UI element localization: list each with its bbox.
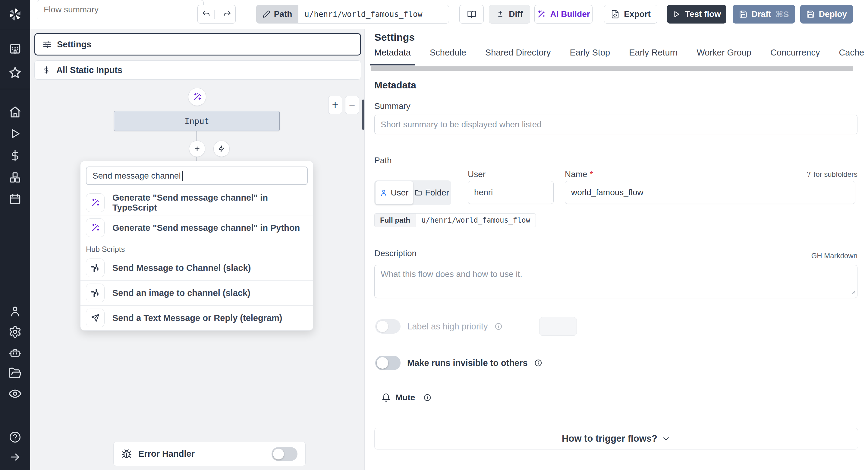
add-trigger-button[interactable] <box>213 141 230 157</box>
variables-icon[interactable] <box>9 149 22 162</box>
bug-icon <box>121 449 132 459</box>
owner-user-option[interactable]: User <box>375 181 413 205</box>
flow-settings-node[interactable]: Settings <box>34 33 361 56</box>
home-icon[interactable] <box>8 105 22 119</box>
info-icon <box>534 359 542 367</box>
static-inputs-label: All Static Inputs <box>56 65 122 75</box>
folder-icon <box>414 189 422 197</box>
workers-icon[interactable] <box>8 346 22 360</box>
tab-metadata[interactable]: Metadata <box>370 48 415 63</box>
path-button[interactable]: Path <box>256 5 299 24</box>
undo-button[interactable] <box>198 10 215 19</box>
tabs-horizontal-scrollbar[interactable] <box>371 66 853 71</box>
tab-worker-group[interactable]: Worker Group <box>692 48 756 63</box>
info-icon <box>424 394 431 402</box>
wand-icon <box>537 10 546 19</box>
name-input[interactable] <box>565 181 855 204</box>
path-section-label: Path <box>374 156 392 165</box>
export-button[interactable]: Export <box>604 5 657 24</box>
subfolder-hint: '/' for subfolders <box>374 170 858 179</box>
suggestion-generate-python[interactable]: Generate "Send message channel" in Pytho… <box>81 215 313 240</box>
resize-grip-icon[interactable] <box>849 288 856 294</box>
users-icon[interactable] <box>9 305 22 318</box>
zoom-in-button[interactable]: + <box>328 96 342 114</box>
tab-early-stop[interactable]: Early Stop <box>565 48 615 63</box>
hub-script-slack-message[interactable]: Send Message to Channel (slack) <box>81 256 313 280</box>
tab-early-return[interactable]: Early Return <box>624 48 682 63</box>
save-icon <box>806 10 815 19</box>
markdown-hint: GH Markdown <box>374 252 858 260</box>
invisible-runs-toggle[interactable] <box>375 356 401 370</box>
flow-editor-panel: Settings All Static Inputs + − Input Sen… <box>30 29 365 470</box>
docs-button[interactable] <box>459 5 484 24</box>
user-input[interactable] <box>468 181 554 204</box>
path-value-input[interactable]: u/henri/world_famous_flow <box>299 5 449 24</box>
audit-logs-icon[interactable] <box>8 387 22 401</box>
flow-edge <box>196 131 197 141</box>
chevron-down-icon <box>661 434 671 443</box>
tab-schedule[interactable]: Schedule <box>425 48 471 63</box>
slack-icon <box>86 259 104 277</box>
redo-button[interactable] <box>219 10 236 19</box>
full-path-value: u/henri/world_famous_flow <box>415 213 536 227</box>
settings-panel: Settings Metadata Schedule Shared Direct… <box>365 29 868 470</box>
favorites-icon[interactable] <box>8 66 22 80</box>
settings-panel-title: Settings <box>374 31 415 43</box>
runs-icon[interactable] <box>9 127 22 140</box>
sidebar-divider <box>0 89 30 89</box>
summary-input[interactable] <box>374 115 858 134</box>
zoom-out-button[interactable]: − <box>345 96 359 114</box>
windmill-logo[interactable] <box>7 7 23 22</box>
book-open-icon <box>467 10 476 19</box>
how-to-trigger-flows-expander[interactable]: How to trigger flows? <box>374 428 858 449</box>
high-priority-toggle[interactable] <box>375 319 401 334</box>
high-priority-label: Label as high priority <box>407 322 488 331</box>
error-handler-label: Error Handler <box>138 449 195 459</box>
error-handler-node[interactable]: Error Handler <box>113 442 306 466</box>
input-node[interactable]: Input <box>114 111 280 131</box>
step-search-input[interactable]: Send message channel <box>86 167 308 185</box>
priority-number-input[interactable] <box>539 317 577 336</box>
diff-button[interactable]: Diff <box>489 5 530 24</box>
flow-panel-scrollbar[interactable] <box>362 99 364 130</box>
wand-icon <box>86 194 104 212</box>
dollar-icon <box>42 65 50 75</box>
save-icon <box>739 10 747 19</box>
settings-gear-icon[interactable] <box>8 325 22 339</box>
tab-concurrency[interactable]: Concurrency <box>766 48 824 63</box>
resources-icon[interactable] <box>8 171 22 184</box>
full-path-row: Full path u/henri/world_famous_flow <box>374 213 536 227</box>
draft-button[interactable]: Draft ⌘S <box>733 5 795 24</box>
help-icon[interactable] <box>9 431 22 443</box>
workspace-icon[interactable] <box>8 42 22 56</box>
description-textarea[interactable] <box>374 265 858 298</box>
invisible-runs-row: Make runs invisible to others <box>375 355 542 371</box>
owner-kind-toggle: User Folder <box>374 180 451 205</box>
ai-flow-button[interactable] <box>188 88 206 106</box>
expand-sidebar-icon[interactable] <box>9 451 21 463</box>
hub-script-slack-image[interactable]: Send an image to channel (slack) <box>81 280 313 305</box>
flow-summary-input[interactable] <box>37 0 204 19</box>
suggestion-generate-typescript[interactable]: Generate "Send message channel" in TypeS… <box>81 190 313 215</box>
static-inputs-node[interactable]: All Static Inputs <box>34 60 361 80</box>
deploy-button[interactable]: Deploy <box>800 5 853 24</box>
sidebar-divider-top <box>0 29 30 29</box>
ai-builder-button[interactable]: AI Builder <box>534 5 592 24</box>
pencil-icon <box>262 10 270 18</box>
plus-minus-icon <box>496 10 504 19</box>
test-flow-button[interactable]: Test flow <box>667 5 726 24</box>
tab-shared-directory[interactable]: Shared Directory <box>481 48 555 63</box>
path-group: Path u/henri/world_famous_flow <box>256 5 449 24</box>
add-step-button[interactable] <box>189 141 205 157</box>
error-handler-toggle[interactable] <box>272 447 298 461</box>
high-priority-row: Label as high priority <box>375 317 577 336</box>
owner-folder-option[interactable]: Folder <box>413 181 451 204</box>
play-icon <box>673 10 681 19</box>
hub-script-telegram-message[interactable]: Send a Text Message or Reply (telegram) <box>81 305 313 330</box>
mute-row[interactable]: Mute <box>381 391 431 404</box>
tab-cache[interactable]: Cache <box>834 48 868 63</box>
settings-tabs: Metadata Schedule Shared Directory Early… <box>374 48 868 63</box>
folders-icon[interactable] <box>8 366 22 380</box>
schedules-icon[interactable] <box>8 193 22 206</box>
plus-icon <box>193 145 201 153</box>
